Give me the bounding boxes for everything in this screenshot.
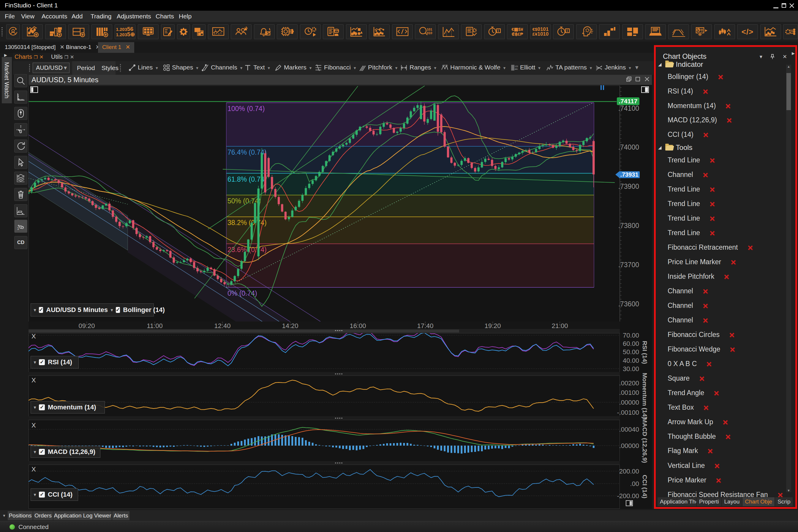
svg-text:101: 101 (427, 27, 432, 31)
svg-text:Momentum (14): Momentum (14) (642, 373, 648, 419)
svg-text:.00200: .00200 (619, 379, 639, 387)
svg-text:abc: abc (515, 68, 518, 70)
svg-text:.00000: .00000 (619, 399, 639, 406)
svg-text:i: i (498, 29, 499, 33)
svg-text:38.2% (0.74): 38.2% (0.74) (227, 219, 267, 227)
svg-text:MACD (12,26,9): MACD (12,26,9) (642, 418, 648, 463)
svg-text:.74100: .74100 (618, 104, 639, 112)
svg-text:17:40: 17:40 (417, 322, 433, 329)
svg-text:14:20: 14:20 (282, 322, 298, 329)
svg-text:.73700: .73700 (618, 261, 639, 269)
svg-text:X: X (32, 421, 36, 429)
svg-text:.73600: .73600 (618, 300, 639, 308)
svg-text:12:40: 12:40 (214, 322, 230, 329)
svg-text:11:00: 11:00 (147, 322, 163, 329)
svg-text:X: X (32, 466, 36, 473)
svg-text:.00000: .00000 (619, 442, 639, 450)
svg-text:40.00: 40.00 (623, 357, 639, 364)
svg-text:30.00: 30.00 (623, 365, 639, 373)
svg-text:100% (0.74): 100% (0.74) (227, 105, 265, 113)
svg-text:.74117: .74117 (619, 98, 637, 104)
svg-text:010: 010 (427, 31, 432, 35)
svg-text:-200.00: -200.00 (617, 492, 639, 500)
svg-text:16:00: 16:00 (350, 322, 366, 329)
svg-text:.00: .00 (630, 480, 639, 488)
svg-text:.73931: .73931 (620, 171, 638, 178)
svg-text:1: 1 (17, 227, 19, 231)
svg-text:i: i (567, 29, 568, 33)
svg-text:AUD/USD, 5 Minutes: AUD/USD, 5 Minutes (32, 76, 98, 84)
svg-text:200.00: 200.00 (619, 468, 639, 475)
svg-text:21:00: 21:00 (552, 322, 568, 329)
svg-text:60.00: 60.00 (623, 340, 639, 347)
svg-text:.73800: .73800 (618, 222, 639, 229)
svg-text:.00040: .00040 (619, 426, 639, 433)
svg-text:50.00: 50.00 (623, 348, 639, 356)
svg-text:.00100: .00100 (619, 389, 639, 396)
svg-text:X: X (32, 332, 36, 340)
svg-text:.74000: .74000 (618, 144, 639, 151)
svg-text:X: X (32, 377, 36, 384)
svg-text:09:20: 09:20 (78, 322, 95, 329)
svg-text:RSI (14): RSI (14) (642, 341, 648, 364)
svg-text:ABCD: ABCD (442, 64, 448, 66)
svg-text:123: 123 (515, 65, 518, 68)
svg-text:CCI (14): CCI (14) (642, 475, 648, 498)
svg-text:19:20: 19:20 (484, 322, 501, 329)
svg-text:-.00100: -.00100 (617, 409, 639, 416)
svg-text:70.00: 70.00 (623, 331, 639, 339)
svg-text:.73900: .73900 (618, 183, 639, 190)
